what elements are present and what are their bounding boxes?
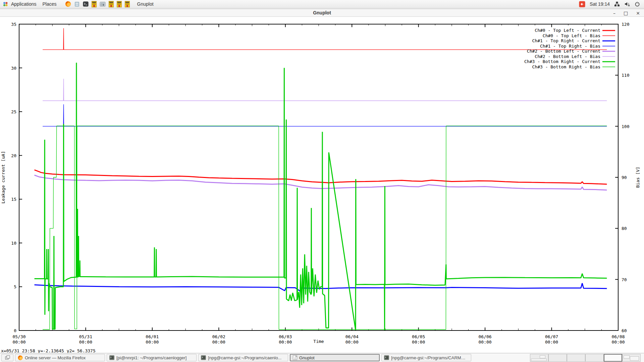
- taskbar: Online server — Mozilla Firefox [pi@nnrp…: [0, 353, 644, 362]
- firefox-icon[interactable]: [65, 1, 71, 7]
- taskbar-item-label: Online server — Mozilla Firefox: [25, 355, 86, 360]
- svg-text:06/08: 06/08: [611, 334, 625, 339]
- taskbar-item-terminal-2[interactable]: [npg@carme-gsi:~/Programs/caenlo...: [198, 354, 288, 361]
- system-tray: Sat 19:14: [579, 1, 641, 7]
- terminal-icon[interactable]: [83, 1, 89, 7]
- gnuplot-chart[interactable]: 05/3000:0005/3100:0006/0100:0006/0200:00…: [0, 17, 644, 349]
- desktop-panel: Applications Places Gnuplot: [0, 0, 644, 8]
- notification-icon[interactable]: [579, 1, 585, 7]
- series-ch0-current: [35, 170, 607, 184]
- plot-axes: 05/3000:0005/3100:0006/0100:0006/0200:00…: [1, 22, 640, 345]
- svg-text:30: 30: [11, 66, 16, 71]
- svg-text:06/04: 06/04: [345, 334, 359, 339]
- svg-text:06/03: 06/03: [279, 334, 292, 339]
- legend-label-ch0-bias: Ch#0 - Top Left - Bias: [543, 33, 600, 38]
- taskbar-item-terminal-3[interactable]: [npg@carme-gsi:~/Programs/CARME...: [381, 354, 471, 361]
- plot-legend: Ch#0 - Top Left - CurrentCh#0 - Top Left…: [524, 28, 615, 69]
- window-controls: – □ ×: [613, 9, 640, 17]
- x-axis-label: Time: [313, 339, 324, 344]
- maximize-button[interactable]: □: [624, 10, 628, 16]
- power-icon[interactable]: [635, 1, 640, 7]
- svg-text:00:00: 00:00: [279, 340, 292, 345]
- show-desktop-button[interactable]: [1, 354, 13, 361]
- gnuplot-canvas[interactable]: 05/3000:0005/3100:0006/0100:0006/0200:00…: [0, 17, 644, 349]
- svg-text:25: 25: [11, 109, 16, 114]
- screenshot-tool-icon[interactable]: [100, 1, 106, 7]
- window-titlebar[interactable]: Gnuplot – □ ×: [0, 9, 644, 17]
- svg-text:06/01: 06/01: [146, 334, 159, 339]
- svg-text:05/30: 05/30: [12, 334, 25, 339]
- legend-label-ch1-bias: Ch#1 - Top Right - Bias: [540, 44, 600, 49]
- svg-text:15: 15: [11, 197, 16, 202]
- svg-text:00:00: 00:00: [212, 340, 225, 345]
- svg-text:△: △: [294, 357, 297, 360]
- svg-text:00:00: 00:00: [12, 340, 25, 345]
- svg-text:5: 5: [14, 284, 16, 289]
- terminal-icon: [201, 355, 206, 360]
- svg-text:35: 35: [11, 22, 16, 27]
- svg-text:110: 110: [622, 73, 629, 78]
- y-axis-label: Leakage current [uA]: [1, 151, 6, 204]
- midas-icon[interactable]: [109, 1, 114, 7]
- active-app-label[interactable]: Gnuplot: [137, 1, 154, 7]
- close-button[interactable]: ×: [636, 10, 640, 16]
- applications-menu-icon: [3, 1, 8, 7]
- firefox-icon: [18, 355, 23, 360]
- midas-icon[interactable]: [125, 1, 130, 7]
- launcher-group: [65, 1, 130, 7]
- svg-text:00:00: 00:00: [345, 340, 359, 345]
- series-ch2-bias: [43, 79, 607, 101]
- workspace-6[interactable]: [622, 354, 641, 362]
- midas-icon[interactable]: [117, 1, 122, 7]
- legend-label-ch1-current: Ch#1 - Top Right - Current: [532, 38, 601, 43]
- terminal-icon: [109, 355, 114, 360]
- svg-text:06/05: 06/05: [412, 334, 425, 339]
- svg-text:90: 90: [622, 175, 627, 180]
- svg-text:05/31: 05/31: [79, 334, 92, 339]
- svg-text:00:00: 00:00: [412, 340, 425, 345]
- window-title: Gnuplot: [0, 9, 644, 17]
- minimize-button[interactable]: –: [613, 10, 615, 16]
- svg-text:00:00: 00:00: [545, 340, 558, 345]
- workspace-2[interactable]: [548, 354, 567, 362]
- legend-label-ch2-current: Ch#2 - Bottom Left - Current: [527, 49, 600, 54]
- svg-text:00:00: 00:00: [79, 340, 92, 345]
- svg-text:00:00: 00:00: [479, 340, 492, 345]
- svg-text:100: 100: [622, 124, 629, 129]
- series-ch3-current: [35, 63, 607, 330]
- file-manager-icon[interactable]: [74, 1, 80, 7]
- workspace-1[interactable]: [530, 354, 548, 362]
- workspace-3[interactable]: [567, 354, 585, 362]
- taskbar-item-label: [pi@nnrpi1: ~/Programs/caenlogger]: [116, 355, 186, 360]
- midas-icon[interactable]: [92, 1, 97, 7]
- legend-label-ch3-current: Ch#3 - Bottom Right - Current: [524, 59, 600, 64]
- applications-menu[interactable]: Applications: [8, 0, 40, 8]
- svg-text:70: 70: [622, 277, 627, 282]
- terminal-icon: [384, 355, 389, 360]
- svg-text:06/02: 06/02: [212, 334, 225, 339]
- svg-text:20: 20: [11, 153, 16, 158]
- taskbar-item-terminal-1[interactable]: [pi@nnrpi1: ~/Programs/caenlogger]: [107, 354, 197, 361]
- plot-series: [35, 28, 607, 330]
- series-ch1-bias: [43, 104, 607, 126]
- legend-label-ch0-current: Ch#0 - Top Left - Current: [535, 28, 600, 33]
- legend-label-ch2-bias: Ch#2 - Bottom Left - Bias: [535, 54, 600, 59]
- places-menu[interactable]: Places: [40, 0, 60, 8]
- taskbar-item-gnuplot[interactable]: △ Gnuplot: [290, 354, 380, 361]
- svg-text:60: 60: [622, 328, 627, 333]
- svg-text:06/06: 06/06: [479, 334, 492, 339]
- workspace-5-active[interactable]: [604, 354, 622, 362]
- svg-text:10: 10: [11, 241, 16, 246]
- taskbar-item-firefox[interactable]: Online server — Mozilla Firefox: [15, 354, 105, 361]
- mouse-coordinate-readout: x=05/31 23:58 y=-2.13645 y2= 56.3375: [1, 348, 96, 353]
- svg-text:00:00: 00:00: [611, 340, 625, 345]
- taskbar-item-label: Gnuplot: [299, 355, 315, 360]
- workspace-4[interactable]: [585, 354, 604, 362]
- panel-clock[interactable]: Sat 19:14: [590, 1, 610, 7]
- volume-muted-icon[interactable]: [624, 1, 630, 7]
- svg-text:80: 80: [622, 226, 627, 231]
- y2-axis-label: Bias [V]: [635, 167, 640, 188]
- legend-label-ch3-bias: Ch#3 - Bottom Right - Bias: [532, 64, 601, 69]
- gnuplot-icon: △: [293, 355, 297, 360]
- network-icon[interactable]: [614, 1, 620, 7]
